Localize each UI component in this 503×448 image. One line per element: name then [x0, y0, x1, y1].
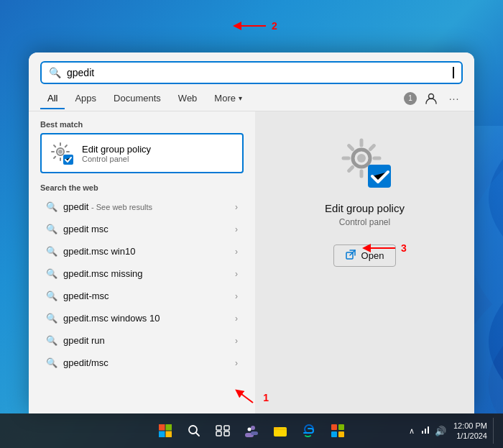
search-tabs: All Apps Documents Web More ▾ 1 ···: [29, 84, 474, 108]
svg-point-12: [189, 426, 197, 434]
svg-rect-28: [425, 429, 426, 434]
svg-rect-22: [274, 427, 279, 429]
svg-rect-11: [166, 431, 172, 438]
tab-web[interactable]: Web: [171, 88, 205, 108]
search-result-icon: 🔍: [46, 201, 56, 212]
more-options-icon[interactable]: ···: [446, 90, 463, 107]
edge-button[interactable]: [296, 418, 322, 444]
taskbar-search-button[interactable]: [181, 418, 207, 444]
chevron-right-icon: ›: [235, 247, 238, 257]
svg-rect-25: [331, 431, 337, 437]
app-icon-large: [336, 133, 394, 191]
open-icon: [346, 250, 356, 262]
chevron-right-icon: ›: [235, 224, 238, 234]
time: 12:00 PM: [453, 421, 487, 431]
svg-point-5: [357, 154, 366, 163]
list-item[interactable]: 🔍 gpedit.msc missing ›: [40, 263, 244, 284]
list-item[interactable]: 🔍 gpedit msc ›: [40, 219, 244, 239]
search-cursor: [453, 67, 454, 78]
more-chevron-icon: ▾: [239, 94, 242, 102]
taskbar-right: ∧ 🔊 12:00 PM 1/1/2024: [409, 418, 497, 444]
search-result-icon: 🔍: [46, 246, 56, 257]
best-match-title: Edit group policy: [82, 144, 151, 155]
right-panel: Edit group policy Control panel Open: [255, 111, 474, 413]
app-detail-subtitle: Control panel: [339, 217, 390, 227]
search-result-icon: 🔍: [46, 291, 56, 301]
chevron-right-icon: ›: [235, 358, 238, 368]
result-text: gpedit-msc: [63, 291, 109, 301]
chevron-right-icon: ›: [235, 314, 238, 324]
list-item[interactable]: 🔍 gpedit-msc ›: [40, 285, 244, 306]
list-item[interactable]: 🔍 gpedit run ›: [40, 330, 244, 351]
list-item[interactable]: 🔍 gpedit - See web results ›: [40, 196, 244, 217]
svg-point-18: [248, 428, 251, 431]
show-desktop-button[interactable]: [493, 418, 497, 444]
list-item[interactable]: 🔍 gpedit.msc windows 10 ›: [40, 308, 244, 329]
tab-more[interactable]: More ▾: [207, 88, 249, 108]
search-content: Best match Edit group policy Contro: [29, 111, 474, 413]
tab-all[interactable]: All: [40, 88, 65, 108]
notification-badge: 1: [404, 92, 417, 105]
search-result-icon: 🔍: [46, 224, 56, 234]
teams-button[interactable]: [239, 418, 264, 444]
result-text: gpedit.msc windows 10: [63, 313, 160, 324]
list-item[interactable]: 🔍 gpedit/msc ›: [40, 352, 244, 373]
web-search-items: 🔍 gpedit - See web results › 🔍 gpedit ms…: [40, 196, 244, 373]
search-result-icon: 🔍: [46, 335, 56, 346]
svg-rect-24: [338, 424, 344, 430]
list-item[interactable]: 🔍 gpedit.msc win10 ›: [40, 241, 244, 262]
svg-rect-10: [159, 431, 165, 438]
tab-documents[interactable]: Documents: [106, 88, 168, 108]
search-result-icon: 🔍: [46, 268, 56, 279]
result-text: gpedit.msc missing: [63, 268, 143, 279]
svg-rect-13: [216, 426, 221, 430]
svg-point-17: [251, 426, 255, 430]
search-icon: 🔍: [49, 67, 61, 78]
search-panel: 🔍 gpedit All Apps Documents Web More ▾ 1…: [29, 52, 474, 413]
profile-icon[interactable]: [423, 90, 440, 107]
svg-rect-16: [224, 431, 229, 436]
search-input-value[interactable]: gpedit: [67, 67, 447, 78]
result-text: gpedit.msc win10: [63, 246, 135, 257]
svg-rect-9: [166, 424, 172, 431]
result-text: gpedit - See web results: [63, 201, 152, 212]
best-match-text: Edit group policy Control panel: [82, 144, 151, 163]
svg-rect-23: [331, 424, 337, 430]
clock[interactable]: 12:00 PM 1/1/2024: [453, 421, 487, 442]
taskview-button[interactable]: [210, 418, 236, 444]
network-icon[interactable]: [420, 425, 430, 437]
best-match-subtitle: Control panel: [82, 155, 151, 163]
svg-rect-14: [224, 426, 229, 430]
gpedit-icon: [49, 140, 75, 166]
taskbar: ∧ 🔊 12:00 PM 1/1/2024: [0, 413, 503, 448]
sound-icon[interactable]: 🔊: [435, 426, 446, 436]
web-search-label: Search the web: [40, 183, 244, 192]
svg-rect-26: [338, 431, 344, 437]
system-tray[interactable]: ∧ 🔊: [409, 425, 446, 437]
chevron-right-icon: ›: [235, 269, 238, 279]
svg-point-2: [58, 150, 63, 154]
open-label: Open: [361, 250, 384, 261]
best-match-item[interactable]: Edit group policy Control panel: [40, 133, 244, 173]
date: 1/1/2024: [453, 431, 487, 441]
chevron-right-icon: ›: [235, 291, 238, 301]
chevron-up-icon[interactable]: ∧: [409, 426, 415, 436]
open-button[interactable]: Open: [333, 244, 397, 267]
app-detail-title: Edit group policy: [325, 202, 405, 214]
search-result-icon: 🔍: [46, 357, 56, 368]
svg-rect-8: [159, 424, 165, 431]
chevron-right-icon: ›: [235, 336, 238, 346]
explorer-button[interactable]: [267, 418, 293, 444]
search-box[interactable]: 🔍 gpedit: [40, 61, 463, 84]
svg-rect-15: [216, 431, 221, 436]
start-button[interactable]: [152, 418, 178, 444]
result-text: gpedit/msc: [63, 357, 109, 368]
store-button[interactable]: [325, 418, 351, 444]
chevron-right-icon: ›: [235, 202, 238, 212]
taskbar-center: [152, 418, 351, 444]
tab-apps[interactable]: Apps: [68, 88, 103, 108]
svg-rect-29: [428, 426, 429, 434]
search-box-container: 🔍 gpedit: [29, 52, 474, 84]
left-panel: Best match Edit group policy Contro: [29, 111, 255, 413]
tab-right-icons: 1 ···: [404, 90, 463, 107]
